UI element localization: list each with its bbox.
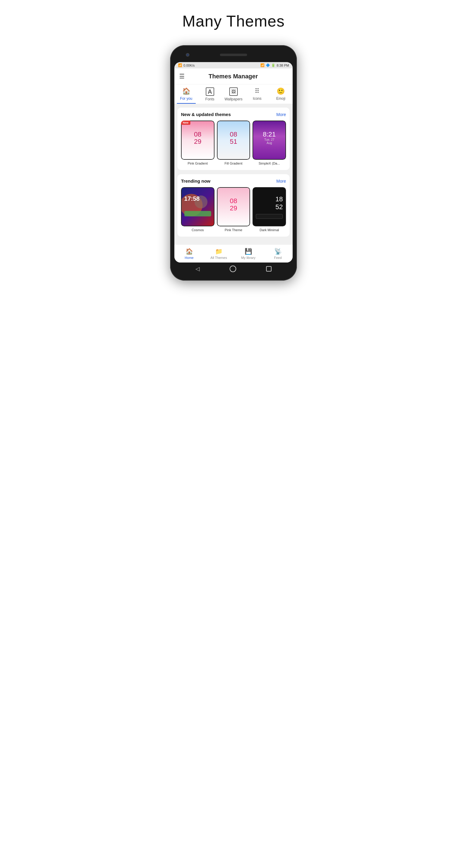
bottom-tab-home-label: Home (185, 256, 194, 259)
trending-more[interactable]: More (276, 179, 286, 184)
theme-pink-gradient[interactable]: New 08 29 Pink Gradient (181, 121, 214, 165)
cosmos-bar (184, 211, 211, 216)
theme-dark-preview: 18 52 (253, 187, 286, 226)
screen-content: New & updated themes More New 08 29 (174, 104, 293, 244)
bottom-tab-all-themes-label: All Themes (211, 256, 227, 259)
status-left: 📶 0.00K/s (178, 63, 195, 67)
purple-clock: 8:21 Tue, 27 Aug (261, 131, 277, 145)
recents-button[interactable] (266, 266, 271, 272)
cosmos-label: Cosmos (192, 228, 204, 232)
menu-icon[interactable]: ☰ (179, 73, 185, 80)
app-header: ☰ Themes Manager (174, 68, 293, 84)
theme-fill-gradient-preview: 08 51 (217, 121, 251, 160)
tab-fonts-label: Fonts (205, 97, 214, 101)
phone-screen: 📶 0.00K/s 📶 🔷 🔋 8:38 PM ☰ Themes Manager… (174, 62, 293, 262)
new-themes-more[interactable]: More (276, 112, 286, 117)
theme-pink2-preview: 08 29 (217, 187, 251, 226)
tab-fonts[interactable]: A Fonts (198, 84, 222, 104)
home-bottom-icon: 🏠 (185, 248, 193, 255)
theme-fill-gradient[interactable]: 08 51 Fill Gradient (217, 121, 251, 165)
theme-pink-screen: 08 29 (181, 121, 214, 160)
wallpapers-icon: 🖼 (229, 87, 238, 96)
nav-tabs: 🏠 For you A Fonts 🖼 Wallpapers ⠿ Icons 🙂… (174, 84, 293, 104)
dark-minimal-label: Dark Minimal (260, 228, 279, 232)
tab-for-you[interactable]: 🏠 For you (174, 84, 198, 104)
tab-emoji[interactable]: 🙂 Emoji (269, 84, 293, 104)
new-themes-header: New & updated themes More (181, 112, 286, 117)
pink2-label: Pink Theme (225, 228, 242, 232)
cosmos-clock: 17:58 (184, 195, 200, 202)
dark-bar (256, 214, 283, 219)
bluetooth-icon: 🔷 (266, 63, 270, 67)
phone-speaker (220, 54, 247, 56)
trending-row: 17:58 Cosmos 08 29 (181, 187, 286, 232)
bottom-tab-feed-label: Feed (274, 256, 282, 259)
theme-purple-screen: 8:21 Tue, 27 Aug (253, 121, 286, 160)
bottom-tab-feed[interactable]: 📡 Feed (263, 245, 293, 262)
purple-time: 8:21 (261, 131, 277, 138)
new-themes-section: New & updated themes More New 08 29 (177, 107, 290, 170)
simplex-dark-label: SimpleX (Da... (259, 161, 280, 165)
back-button[interactable]: ◁ (196, 266, 200, 272)
trending-section: Trending now More 17:58 Cosmos (177, 174, 290, 237)
tab-wallpapers[interactable]: 🖼 Wallpapers (222, 84, 245, 104)
status-right: 📶 🔷 🔋 8:38 PM (260, 63, 289, 67)
app-title: Themes Manager (188, 73, 279, 80)
dark-hour: 18 (275, 195, 283, 203)
new-themes-title: New & updated themes (181, 112, 231, 117)
speed-indicator: 0.00K/s (183, 64, 195, 67)
tab-icons[interactable]: ⠿ Icons (245, 84, 269, 104)
new-badge: New (181, 121, 191, 125)
all-themes-icon: 📁 (215, 248, 223, 255)
my-library-icon: 💾 (245, 248, 252, 255)
theme-dark-minimal[interactable]: 18 52 Dark Minimal (253, 187, 286, 232)
purple-date: Tue, 27 Aug (261, 138, 277, 145)
fonts-icon: A (206, 87, 214, 96)
bottom-tab-all-themes[interactable]: 📁 All Themes (204, 245, 233, 262)
bottom-tab-my-library-label: My library (241, 256, 256, 259)
pink-hour: 08 (194, 131, 201, 138)
pink2-min: 29 (230, 205, 237, 212)
bottom-tab-my-library[interactable]: 💾 My library (233, 245, 263, 262)
icons-tab-icon: ⠿ (255, 87, 259, 95)
theme-pink-gradient-preview: New 08 29 (181, 121, 214, 160)
blue-min: 51 (230, 138, 237, 145)
home-button[interactable] (230, 266, 236, 272)
clock: 8:38 PM (276, 64, 289, 67)
phone-device: 📶 0.00K/s 📶 🔷 🔋 8:38 PM ☰ Themes Manager… (170, 45, 297, 281)
trending-title: Trending now (181, 179, 211, 184)
pink-gradient-label: Pink Gradient (188, 161, 208, 165)
feed-icon: 📡 (274, 248, 282, 255)
theme-simplex-dark-preview: 8:21 Tue, 27 Aug (253, 121, 286, 160)
theme-cosmos-screen: 17:58 (181, 187, 214, 226)
tab-emoji-label: Emoji (276, 96, 285, 101)
pink-clock: 08 29 (194, 131, 201, 145)
emoji-icon: 🙂 (276, 87, 285, 95)
battery-icon: 🔋 (271, 63, 275, 67)
home-icon: 🏠 (182, 87, 191, 95)
phone-top-bar (174, 51, 293, 59)
pink-min: 29 (194, 138, 201, 145)
tab-icons-label: Icons (253, 96, 262, 101)
pink2-clock: 08 29 (230, 197, 237, 212)
dark-min: 52 (275, 203, 283, 211)
android-nav-bar: ◁ (174, 262, 293, 275)
theme-cosmos-preview: 17:58 (181, 187, 214, 226)
tab-for-you-label: For you (180, 96, 193, 101)
theme-pink2-screen: 08 29 (217, 187, 251, 226)
theme-simplex-dark[interactable]: 8:21 Tue, 27 Aug SimpleX (Da... (253, 121, 286, 165)
dark-clock: 18 52 (275, 195, 283, 211)
sim-icon: 📶 (178, 63, 182, 67)
pink2-hour: 08 (230, 197, 237, 205)
bottom-tab-home[interactable]: 🏠 Home (174, 245, 204, 262)
page-headline: Many Themes (182, 12, 285, 30)
fill-gradient-label: Fill Gradient (225, 161, 242, 165)
trending-header: Trending now More (181, 179, 286, 184)
new-themes-row: New 08 29 Pink Gradient (181, 121, 286, 165)
cosmos-overlay (182, 188, 214, 226)
theme-pink2[interactable]: 08 29 Pink Theme (217, 187, 251, 232)
theme-cosmos[interactable]: 17:58 Cosmos (181, 187, 214, 232)
theme-blue-screen: 08 51 (217, 121, 251, 160)
bottom-nav-bar: 🏠 Home 📁 All Themes 💾 My library 📡 Feed (174, 244, 293, 262)
blue-clock: 08 51 (230, 131, 237, 145)
